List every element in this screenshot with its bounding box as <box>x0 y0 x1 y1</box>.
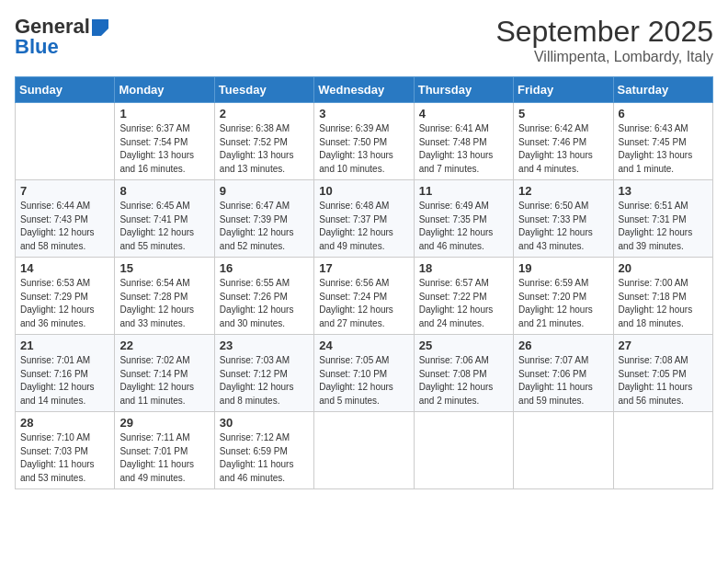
day-info: Sunrise: 7:05 AM Sunset: 7:10 PM Dayligh… <box>319 354 408 408</box>
day-info: Sunrise: 6:43 AM Sunset: 7:45 PM Dayligh… <box>619 122 708 176</box>
day-number: 4 <box>419 107 508 121</box>
logo: General Blue <box>15 15 108 59</box>
day-number: 16 <box>220 261 309 275</box>
day-info: Sunrise: 6:47 AM Sunset: 7:39 PM Dayligh… <box>220 200 309 253</box>
calendar-cell <box>16 103 115 180</box>
calendar-cell: 26Sunrise: 7:07 AM Sunset: 7:06 PM Dayli… <box>514 335 613 412</box>
calendar-cell: 23Sunrise: 7:03 AM Sunset: 7:12 PM Dayli… <box>214 335 313 412</box>
day-info: Sunrise: 6:39 AM Sunset: 7:50 PM Dayligh… <box>319 122 408 176</box>
week-row-3: 14Sunrise: 6:53 AM Sunset: 7:29 PM Dayli… <box>16 258 713 335</box>
day-info: Sunrise: 6:38 AM Sunset: 7:52 PM Dayligh… <box>220 122 309 176</box>
header: General Blue September 2025 Villimpenta,… <box>15 15 713 65</box>
day-number: 24 <box>319 339 408 352</box>
week-row-5: 28Sunrise: 7:10 AM Sunset: 7:03 PM Dayli… <box>16 412 713 489</box>
day-number: 17 <box>319 261 408 275</box>
day-number: 20 <box>619 261 708 275</box>
day-info: Sunrise: 6:57 AM Sunset: 7:22 PM Dayligh… <box>419 277 508 330</box>
calendar-cell: 3Sunrise: 6:39 AM Sunset: 7:50 PM Daylig… <box>314 103 414 180</box>
calendar-cell: 13Sunrise: 6:51 AM Sunset: 7:31 PM Dayli… <box>613 180 712 258</box>
day-info: Sunrise: 7:08 AM Sunset: 7:05 PM Dayligh… <box>619 354 708 408</box>
calendar-cell: 29Sunrise: 7:11 AM Sunset: 7:01 PM Dayli… <box>115 412 214 489</box>
day-number: 5 <box>518 107 608 121</box>
day-number: 12 <box>518 184 608 198</box>
calendar-cell: 30Sunrise: 7:12 AM Sunset: 6:59 PM Dayli… <box>214 412 313 489</box>
day-info: Sunrise: 6:44 AM Sunset: 7:43 PM Dayligh… <box>20 200 109 253</box>
location-title: Villimpenta, Lombardy, Italy <box>495 49 713 65</box>
calendar-cell <box>613 412 712 489</box>
week-row-4: 21Sunrise: 7:01 AM Sunset: 7:16 PM Dayli… <box>16 335 713 412</box>
week-row-2: 7Sunrise: 6:44 AM Sunset: 7:43 PM Daylig… <box>16 180 713 258</box>
day-info: Sunrise: 7:03 AM Sunset: 7:12 PM Dayligh… <box>220 354 309 408</box>
day-info: Sunrise: 6:54 AM Sunset: 7:28 PM Dayligh… <box>119 277 209 330</box>
day-number: 27 <box>619 339 708 352</box>
day-info: Sunrise: 6:41 AM Sunset: 7:48 PM Dayligh… <box>419 122 508 176</box>
month-title: September 2025 <box>495 15 713 49</box>
day-number: 22 <box>119 339 209 352</box>
calendar-cell: 9Sunrise: 6:47 AM Sunset: 7:39 PM Daylig… <box>214 180 313 258</box>
day-info: Sunrise: 6:51 AM Sunset: 7:31 PM Dayligh… <box>619 200 708 253</box>
calendar-cell: 5Sunrise: 6:42 AM Sunset: 7:46 PM Daylig… <box>514 103 613 180</box>
day-number: 3 <box>319 107 408 121</box>
day-info: Sunrise: 7:01 AM Sunset: 7:16 PM Dayligh… <box>20 354 109 408</box>
day-info: Sunrise: 6:50 AM Sunset: 7:33 PM Dayligh… <box>518 200 608 253</box>
day-info: Sunrise: 6:53 AM Sunset: 7:29 PM Dayligh… <box>20 277 109 330</box>
calendar-cell: 11Sunrise: 6:49 AM Sunset: 7:35 PM Dayli… <box>414 180 513 258</box>
day-header-tuesday: Tuesday <box>214 77 313 103</box>
day-number: 10 <box>319 184 408 198</box>
day-number: 2 <box>220 107 309 121</box>
calendar-cell: 10Sunrise: 6:48 AM Sunset: 7:37 PM Dayli… <box>314 180 414 258</box>
day-number: 9 <box>220 184 309 198</box>
day-info: Sunrise: 6:59 AM Sunset: 7:20 PM Dayligh… <box>518 277 608 330</box>
calendar-cell: 1Sunrise: 6:37 AM Sunset: 7:54 PM Daylig… <box>115 103 214 180</box>
svg-marker-0 <box>92 19 108 36</box>
day-header-thursday: Thursday <box>414 77 513 103</box>
title-area: September 2025 Villimpenta, Lombardy, It… <box>495 15 713 65</box>
day-info: Sunrise: 7:00 AM Sunset: 7:18 PM Dayligh… <box>619 277 708 330</box>
calendar-cell: 18Sunrise: 6:57 AM Sunset: 7:22 PM Dayli… <box>414 258 513 335</box>
day-header-sunday: Sunday <box>16 77 115 103</box>
day-info: Sunrise: 7:07 AM Sunset: 7:06 PM Dayligh… <box>518 354 608 408</box>
day-info: Sunrise: 6:49 AM Sunset: 7:35 PM Dayligh… <box>419 200 508 253</box>
day-info: Sunrise: 6:55 AM Sunset: 7:26 PM Dayligh… <box>220 277 309 330</box>
day-info: Sunrise: 7:02 AM Sunset: 7:14 PM Dayligh… <box>119 354 209 408</box>
day-header-wednesday: Wednesday <box>314 77 414 103</box>
day-info: Sunrise: 6:42 AM Sunset: 7:46 PM Dayligh… <box>518 122 608 176</box>
day-number: 11 <box>419 184 508 198</box>
day-number: 1 <box>119 107 209 121</box>
calendar-cell: 16Sunrise: 6:55 AM Sunset: 7:26 PM Dayli… <box>214 258 313 335</box>
day-info: Sunrise: 6:37 AM Sunset: 7:54 PM Dayligh… <box>119 122 209 176</box>
calendar-header-row: SundayMondayTuesdayWednesdayThursdayFrid… <box>16 77 713 103</box>
day-number: 8 <box>119 184 209 198</box>
day-number: 21 <box>20 339 109 352</box>
day-info: Sunrise: 7:12 AM Sunset: 6:59 PM Dayligh… <box>220 431 309 485</box>
calendar-cell: 12Sunrise: 6:50 AM Sunset: 7:33 PM Dayli… <box>514 180 613 258</box>
day-number: 14 <box>20 261 109 275</box>
calendar-cell <box>314 412 414 489</box>
day-number: 6 <box>619 107 708 121</box>
calendar-cell: 20Sunrise: 7:00 AM Sunset: 7:18 PM Dayli… <box>613 258 712 335</box>
day-number: 30 <box>220 416 309 430</box>
day-number: 26 <box>518 339 608 352</box>
day-number: 29 <box>119 416 209 430</box>
day-info: Sunrise: 7:06 AM Sunset: 7:08 PM Dayligh… <box>419 354 508 408</box>
day-header-friday: Friday <box>514 77 613 103</box>
day-number: 13 <box>619 184 708 198</box>
day-number: 23 <box>220 339 309 352</box>
calendar-cell: 2Sunrise: 6:38 AM Sunset: 7:52 PM Daylig… <box>214 103 313 180</box>
calendar-cell: 4Sunrise: 6:41 AM Sunset: 7:48 PM Daylig… <box>414 103 513 180</box>
calendar-cell: 22Sunrise: 7:02 AM Sunset: 7:14 PM Dayli… <box>115 335 214 412</box>
day-info: Sunrise: 6:48 AM Sunset: 7:37 PM Dayligh… <box>319 200 408 253</box>
calendar-cell: 24Sunrise: 7:05 AM Sunset: 7:10 PM Dayli… <box>314 335 414 412</box>
day-number: 18 <box>419 261 508 275</box>
calendar-cell <box>514 412 613 489</box>
day-number: 15 <box>119 261 209 275</box>
calendar-cell: 6Sunrise: 6:43 AM Sunset: 7:45 PM Daylig… <box>613 103 712 180</box>
calendar-cell: 15Sunrise: 6:54 AM Sunset: 7:28 PM Dayli… <box>115 258 214 335</box>
calendar-cell: 25Sunrise: 7:06 AM Sunset: 7:08 PM Dayli… <box>414 335 513 412</box>
calendar-cell <box>414 412 513 489</box>
day-info: Sunrise: 7:10 AM Sunset: 7:03 PM Dayligh… <box>20 431 109 485</box>
day-header-monday: Monday <box>115 77 214 103</box>
calendar-cell: 8Sunrise: 6:45 AM Sunset: 7:41 PM Daylig… <box>115 180 214 258</box>
calendar-cell: 21Sunrise: 7:01 AM Sunset: 7:16 PM Dayli… <box>16 335 115 412</box>
calendar-cell: 27Sunrise: 7:08 AM Sunset: 7:05 PM Dayli… <box>613 335 712 412</box>
